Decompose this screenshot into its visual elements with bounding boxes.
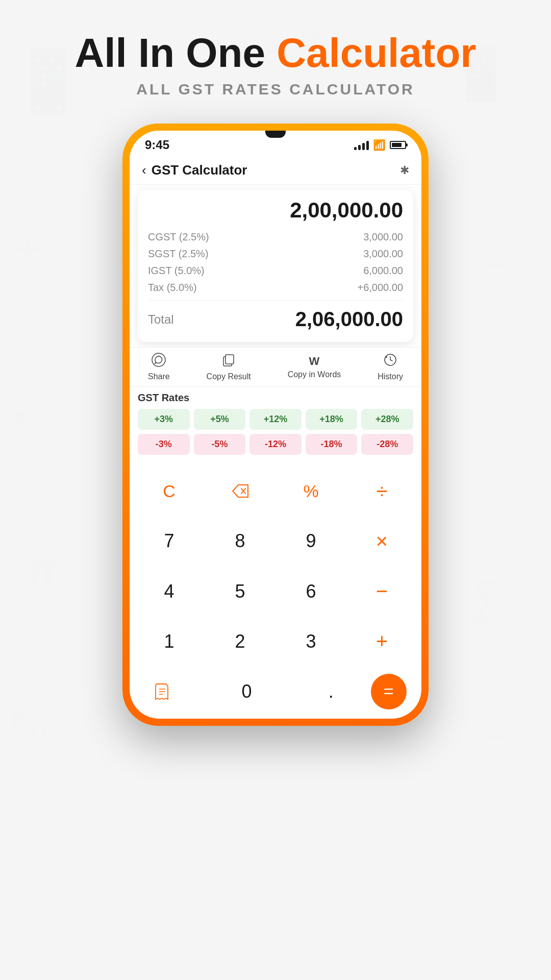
calc-row-2: 7 8 9 × xyxy=(136,518,415,564)
gst-section: GST Rates +3%+5%+12%+18%+28% -3%-5%-12%-… xyxy=(130,387,421,464)
phone-notch xyxy=(265,131,286,138)
battery-icon xyxy=(390,141,406,149)
calc-row-5: 0 . = xyxy=(136,669,415,715)
cgst-label: CGST (2.5%) xyxy=(148,231,209,243)
minus-button[interactable]: − xyxy=(348,568,415,614)
plus-button[interactable]: + xyxy=(348,619,415,665)
result-card: 2,00,000.00 CGST (2.5%) 3,000.00 SGST (2… xyxy=(138,190,413,342)
phone-container: 9:45 📶 ‹ GS xyxy=(0,124,551,726)
gst-positive-button[interactable]: +12% xyxy=(249,409,302,430)
svg-rect-14 xyxy=(226,355,234,364)
total-label: Total xyxy=(148,312,174,327)
header-section: All In One Calculator ALL GST RATES CALC… xyxy=(0,0,551,113)
calculator-pad: C % ÷ 7 8 9 × xyxy=(130,464,421,719)
cgst-row: CGST (2.5%) 3,000.00 xyxy=(148,229,403,246)
history-label: History xyxy=(378,372,403,381)
gst-negative-button[interactable]: -5% xyxy=(194,434,246,455)
gst-positive-button[interactable]: +3% xyxy=(138,409,190,430)
gst-rates-title: GST Rates xyxy=(138,392,413,404)
share-icon xyxy=(152,353,166,370)
wifi-icon: 📶 xyxy=(373,139,386,151)
tax-label: Tax (5.0%) xyxy=(148,282,197,293)
sgst-value: 3,000.00 xyxy=(363,248,403,260)
action-bar: Share Copy Result W Copy in Words xyxy=(130,347,421,387)
gst-negative-button[interactable]: -3% xyxy=(138,434,190,455)
copy-result-icon xyxy=(221,353,236,370)
total-value: 2,06,000.00 xyxy=(295,308,403,331)
gst-positive-button[interactable]: +5% xyxy=(194,409,246,430)
phone-inner: 9:45 📶 ‹ GS xyxy=(130,131,421,719)
tax-row: Tax (5.0%) +6,000.00 xyxy=(148,279,403,296)
dot-button[interactable]: . xyxy=(304,681,358,702)
action-share[interactable]: Share xyxy=(148,353,170,381)
sgst-row: SGST (2.5%) 3,000.00 xyxy=(148,246,403,262)
action-copy-words[interactable]: W Copy in Words xyxy=(288,355,341,379)
sgst-label: SGST (2.5%) xyxy=(148,248,209,260)
action-copy-result[interactable]: Copy Result xyxy=(207,353,251,381)
svg-point-12 xyxy=(152,353,165,366)
copy-result-label: Copy Result xyxy=(207,372,251,381)
total-row: Total 2,06,000.00 xyxy=(148,305,403,334)
one-button[interactable]: 1 xyxy=(136,619,203,665)
copy-words-label: Copy in Words xyxy=(288,370,341,379)
five-button[interactable]: 5 xyxy=(207,568,273,614)
four-button[interactable]: 4 xyxy=(136,568,203,614)
igst-label: IGST (5.0%) xyxy=(148,265,205,277)
result-divider xyxy=(148,300,403,301)
multiply-button[interactable]: × xyxy=(348,518,415,564)
clear-button[interactable]: C xyxy=(136,468,203,514)
back-button[interactable]: ‹ xyxy=(142,162,146,178)
calc-row-3: 4 5 6 − xyxy=(136,568,415,614)
three-button[interactable]: 3 xyxy=(278,619,344,665)
header-subtitle: ALL GST RATES CALCULATOR xyxy=(0,81,551,98)
calc-row-4: 1 2 3 + xyxy=(136,619,415,665)
calc-row-1: C % ÷ xyxy=(136,468,415,514)
gst-negative-button[interactable]: -18% xyxy=(306,434,358,455)
nine-button[interactable]: 9 xyxy=(278,518,344,564)
two-button[interactable]: 2 xyxy=(207,619,273,665)
divide-button[interactable]: ÷ xyxy=(348,468,415,514)
gst-negative-row: -3%-5%-12%-18%-28% xyxy=(138,434,413,455)
igst-row: IGST (5.0%) 6,000.00 xyxy=(148,262,403,279)
header-title-black: All In One xyxy=(75,30,265,76)
percent-button[interactable]: % xyxy=(278,468,344,514)
gst-positive-row: +3%+5%+12%+18%+28% xyxy=(138,409,413,430)
zero-button[interactable]: 0 xyxy=(193,681,300,702)
gst-positive-button[interactable]: +28% xyxy=(361,409,413,430)
eight-button[interactable]: 8 xyxy=(207,518,273,564)
six-button[interactable]: 6 xyxy=(278,568,344,614)
header-title: All In One Calculator xyxy=(0,31,551,76)
equals-button[interactable]: = xyxy=(371,674,407,709)
status-icons: 📶 xyxy=(354,139,406,151)
header-title-orange: Calculator xyxy=(277,30,476,76)
receipt-button[interactable] xyxy=(136,683,189,700)
main-amount: 2,00,000.00 xyxy=(148,198,403,223)
app-bar-left: ‹ GST Calculator xyxy=(142,162,247,178)
igst-value: 6,000.00 xyxy=(363,265,403,277)
seven-button[interactable]: 7 xyxy=(136,518,203,564)
backspace-button[interactable] xyxy=(207,468,273,514)
phone-outer: 9:45 📶 ‹ GS xyxy=(122,124,429,726)
action-history[interactable]: History xyxy=(378,353,403,381)
app-bar-title: GST Calculator xyxy=(152,162,247,178)
gst-negative-button[interactable]: -12% xyxy=(249,434,302,455)
cgst-value: 3,000.00 xyxy=(363,231,403,243)
expand-icon[interactable]: ✱ xyxy=(400,164,409,177)
app-bar: ‹ GST Calculator ✱ xyxy=(130,156,421,185)
status-time: 9:45 xyxy=(145,138,169,152)
history-icon xyxy=(383,353,397,370)
signal-icon xyxy=(354,140,369,150)
copy-words-icon: W xyxy=(309,355,320,368)
gst-positive-button[interactable]: +18% xyxy=(306,409,358,430)
share-label: Share xyxy=(148,372,170,381)
gst-negative-button[interactable]: -28% xyxy=(361,434,413,455)
tax-value: +6,000.00 xyxy=(357,282,403,293)
